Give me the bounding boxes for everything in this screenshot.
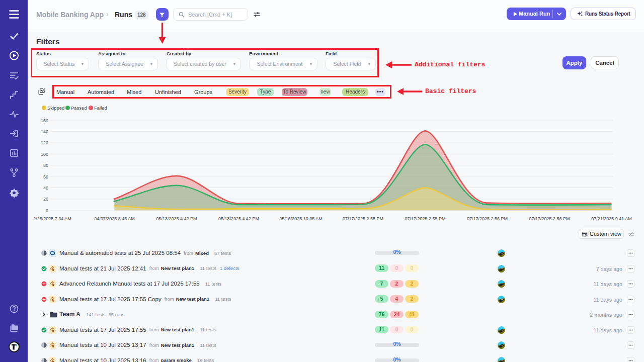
svg-text:80: 80 [43, 163, 48, 168]
svg-text:07/17/2025 2:55 PM: 07/17/2025 2:55 PM [405, 216, 445, 221]
svg-text:40: 40 [43, 186, 48, 191]
svg-text:2/25/2025 7:34 AM: 2/25/2025 7:34 AM [33, 216, 71, 221]
svg-text:0: 0 [46, 208, 48, 213]
svg-text:120: 120 [41, 140, 48, 145]
svg-text:05/16/2025 10:05 AM: 05/16/2025 10:05 AM [279, 216, 323, 221]
svg-text:20: 20 [43, 197, 48, 202]
svg-text:140: 140 [41, 129, 48, 134]
svg-text:100: 100 [41, 152, 48, 157]
svg-text:60: 60 [43, 174, 48, 179]
svg-text:07/17/2025 2:55 PM: 07/17/2025 2:55 PM [343, 216, 383, 221]
svg-text:05/13/2025 4:42 PM: 05/13/2025 4:42 PM [218, 216, 259, 221]
svg-text:04/07/2025 8:45 AM: 04/07/2025 8:45 AM [94, 216, 135, 221]
svg-text:07/17/2025 2:56 PM: 07/17/2025 2:56 PM [529, 216, 570, 221]
svg-text:07/17/2025 2:56 PM: 07/17/2025 2:56 PM [467, 216, 508, 221]
svg-text:05/13/2025 4:42 PM: 05/13/2025 4:42 PM [156, 216, 197, 221]
svg-text:160: 160 [41, 118, 48, 123]
svg-text:07/21/2025 9:41 AM: 07/21/2025 9:41 AM [591, 216, 632, 221]
